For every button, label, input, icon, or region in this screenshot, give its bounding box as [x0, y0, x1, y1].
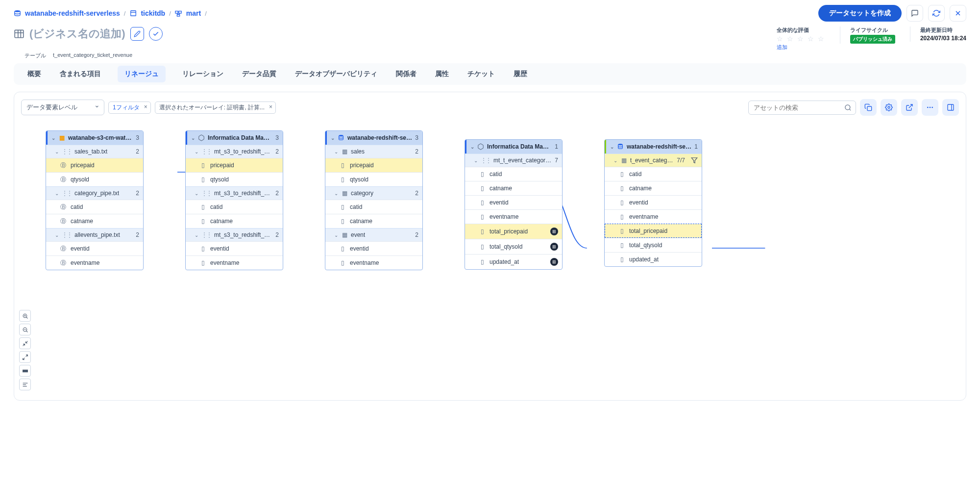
node-s3[interactable]: ⌄ ▦ watanabe-s3-cm-watanabe-i... 3 ⌄⋮⋮sa… — [46, 130, 144, 270]
column-row[interactable]: ▯catid — [186, 200, 283, 214]
node-section[interactable]: ⌄⋮⋮mt_s3_to_redshift_events(9...2 — [186, 228, 283, 241]
create-dataset-button[interactable]: データセットを作成 — [818, 5, 902, 22]
column-row[interactable]: ▯total_pricepaid⊞ — [465, 224, 562, 239]
column-row[interactable]: ▯total_qtysold — [605, 238, 702, 252]
column-row[interactable]: ▯eventid — [325, 241, 422, 255]
node-header[interactable]: ⌄ Informatica Data Managem... 3 — [186, 131, 283, 145]
tab-observability[interactable]: データオブザーバビリティ — [293, 63, 379, 85]
column-row[interactable]: ▯pricepaid — [186, 158, 283, 172]
zoom-in-button[interactable] — [19, 310, 31, 322]
chevron-down-icon[interactable]: ⌄ — [334, 232, 338, 238]
node-header[interactable]: ⌄ ▦ watanabe-s3-cm-watanabe-i... 3 — [46, 131, 143, 145]
chevron-down-icon[interactable]: ⌄ — [55, 232, 59, 238]
node-section[interactable]: ⌄⋮⋮mt_t_event_category_ticket_...7 — [465, 153, 562, 167]
rating-stars[interactable]: ☆ ☆ ☆ ☆ ☆ — [777, 35, 825, 43]
node-redshift-target[interactable]: ⌄ watanabe-redshift-serverless 1 ⌄▦t_eve… — [604, 139, 702, 267]
node-section[interactable]: ⌄▦event2 — [325, 228, 422, 241]
column-row[interactable]: ▯catname — [325, 214, 422, 228]
column-row[interactable]: ▯updated_at — [605, 252, 702, 266]
column-row[interactable]: Ⓑeventname — [46, 255, 143, 270]
column-row[interactable]: Ⓑqtysold — [46, 172, 143, 186]
edit-icon[interactable] — [130, 27, 144, 41]
node-section[interactable]: ⌄▦category2 — [325, 186, 422, 200]
chevron-down-icon[interactable]: ⌄ — [195, 232, 198, 238]
filter-icon[interactable] — [691, 157, 698, 164]
node-section[interactable]: ⌄▦t_event_category_t...7/7 — [605, 153, 702, 167]
tab-quality[interactable]: データ品質 — [240, 63, 278, 85]
node-infa-2[interactable]: ⌄ Informatica Data Managem... 1 ⌄⋮⋮mt_t_… — [465, 139, 563, 270]
column-row[interactable]: ▯catid — [465, 167, 562, 181]
chevron-down-icon[interactable]: ⌄ — [613, 158, 617, 163]
chevron-down-icon[interactable]: ⌄ — [191, 135, 195, 141]
node-section[interactable]: ⌄⋮⋮mt_s3_to_redshift_category(...2 — [186, 186, 283, 200]
column-row[interactable]: ▯total_pricepaid — [605, 224, 702, 238]
node-header[interactable]: ⌄ Informatica Data Managem... 1 — [465, 140, 562, 153]
chevron-down-icon[interactable]: ⌄ — [334, 149, 338, 154]
column-row[interactable]: ▯catname — [605, 181, 702, 195]
chevron-down-icon[interactable]: ⌄ — [195, 149, 198, 154]
chevron-down-icon[interactable]: ⌄ — [55, 191, 59, 196]
tab-overview[interactable]: 概要 — [25, 63, 43, 85]
column-row[interactable]: ▯qtysold — [325, 172, 422, 186]
add-rating-link[interactable]: 追加 — [777, 44, 825, 51]
column-row[interactable]: ▯updated_at⊞ — [465, 254, 562, 269]
overlay-chip[interactable]: 選択されたオーバーレイ: 証明書, 計算... — [155, 102, 276, 114]
column-row[interactable]: ▯eventid — [465, 195, 562, 209]
column-row[interactable]: Ⓑcatname — [46, 214, 143, 228]
tab-attributes[interactable]: 属性 — [433, 63, 451, 85]
chevron-down-icon[interactable]: ⌄ — [55, 149, 59, 154]
tab-history[interactable]: 履歴 — [512, 63, 529, 85]
node-section[interactable]: ⌄⋮⋮sales_tab.txt2 — [46, 145, 143, 158]
breadcrumb-item-1[interactable]: tickitdb — [141, 9, 165, 17]
more-icon[interactable] — [922, 99, 938, 116]
node-header[interactable]: ⌄ watanabe-redshift-serverless 1 — [605, 140, 702, 153]
chevron-down-icon[interactable]: ⌄ — [195, 191, 198, 196]
refresh-icon[interactable] — [928, 5, 945, 22]
node-section[interactable]: ⌄⋮⋮category_pipe.txt2 — [46, 186, 143, 200]
search-input[interactable] — [754, 104, 841, 111]
column-row[interactable]: ▯qtysold — [186, 172, 283, 186]
node-section[interactable]: ⌄⋮⋮mt_s3_to_redshift_sales(d4...2 — [186, 145, 283, 158]
column-row[interactable]: ▯catname — [186, 214, 283, 228]
external-link-icon[interactable] — [901, 99, 918, 116]
column-row[interactable]: Ⓑeventid — [46, 241, 143, 255]
copy-icon[interactable] — [860, 99, 877, 116]
node-section[interactable]: ⌄⋮⋮allevents_pipe.txt2 — [46, 228, 143, 241]
asset-search[interactable] — [748, 101, 856, 115]
column-row[interactable]: ▯eventname — [325, 255, 422, 270]
column-row[interactable]: ▯eventid — [605, 195, 702, 209]
zoom-out-button[interactable] — [19, 324, 31, 335]
layout-button[interactable] — [19, 379, 31, 390]
column-row[interactable]: ▯catid — [325, 200, 422, 214]
node-header[interactable]: ⌄ watanabe-redshift-serverless 3 — [325, 131, 422, 145]
diagram-area[interactable]: ⌄ ▦ watanabe-s3-cm-watanabe-i... 3 ⌄⋮⋮sa… — [21, 130, 959, 385]
column-row[interactable]: ▯pricepaid — [325, 158, 422, 172]
column-row[interactable]: ▯eventname — [465, 209, 562, 224]
tab-tickets[interactable]: チケット — [466, 63, 497, 85]
expand-button[interactable] — [19, 351, 31, 363]
node-section[interactable]: ⌄▦sales2 — [325, 145, 422, 158]
column-row[interactable]: ▯catid — [605, 167, 702, 181]
column-row[interactable]: ▯total_qtysold⊞ — [465, 239, 562, 254]
tab-stakeholders[interactable]: 関係者 — [394, 63, 418, 85]
breadcrumb-item-0[interactable]: watanabe-redshift-serverless — [25, 9, 120, 17]
tab-columns[interactable]: 含まれる項目 — [58, 63, 103, 85]
chevron-down-icon[interactable]: ⌄ — [610, 144, 614, 150]
fit-button[interactable] — [19, 337, 31, 349]
chevron-down-icon[interactable]: ⌄ — [51, 135, 55, 141]
tab-lineage[interactable]: リネージュ — [118, 66, 166, 82]
chevron-down-icon[interactable]: ⌄ — [470, 144, 474, 150]
column-row[interactable]: ▯eventname — [605, 209, 702, 224]
close-icon[interactable] — [950, 5, 966, 22]
node-redshift-1[interactable]: ⌄ watanabe-redshift-serverless 3 ⌄▦sales… — [325, 130, 423, 270]
panel-icon[interactable] — [942, 99, 959, 116]
column-row[interactable]: ▯eventid — [186, 241, 283, 255]
settings-icon[interactable] — [881, 99, 897, 116]
column-row[interactable]: ▯eventname — [186, 255, 283, 270]
chevron-down-icon[interactable]: ⌄ — [331, 135, 335, 141]
tab-relations[interactable]: リレーション — [180, 63, 225, 85]
column-row[interactable]: Ⓑcatid — [46, 200, 143, 214]
comment-icon[interactable] — [906, 5, 923, 22]
column-row[interactable]: Ⓑpricepaid — [46, 158, 143, 172]
breadcrumb-item-2[interactable]: mart — [186, 9, 201, 17]
